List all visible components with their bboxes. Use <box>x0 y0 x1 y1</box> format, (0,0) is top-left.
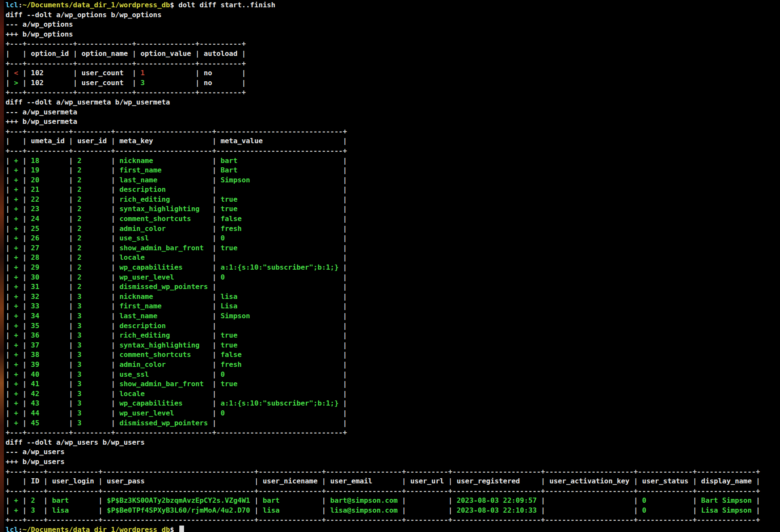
terminal-window: lcl:~/Documents/data_dir_1/wordpress_db$… <box>0 0 780 532</box>
table-border-bottom-wp_users: +---+----+------------+-----------------… <box>6 515 780 525</box>
diff-indicator: + <box>10 419 22 427</box>
table-cell: 2 <box>73 283 111 291</box>
table-cell: $P$Be0TPf4SPXyB3L60/rjmMoA/4u2.D70 <box>103 506 255 514</box>
column-header-user_id: user_id <box>73 137 111 145</box>
table-row-wp_usermeta: | + | 40 | 3 | use_ssl | 0 | <box>6 370 780 380</box>
diff-indicator: + <box>10 215 22 223</box>
diff-indicator: + <box>10 176 22 184</box>
table-border-top-wp_usermeta: +---+----------+---------+--------------… <box>6 127 780 137</box>
table-cell: 0 <box>216 273 343 281</box>
table-cell: 3 <box>73 302 111 310</box>
prompt-symbol: $ <box>170 1 174 9</box>
table-cell: true <box>216 244 343 252</box>
table-border-top-wp_options: +---+-----------+-------------+---------… <box>6 39 780 49</box>
table-cell: 3 <box>27 506 43 514</box>
table-cell: fresh <box>216 360 343 369</box>
table-header-wp_usermeta: | | umeta_id | user_id | meta_key | meta… <box>6 136 780 146</box>
table-cell: 25 <box>27 224 69 233</box>
diff-indicator: + <box>10 224 22 233</box>
table-cell: last_name <box>115 312 212 320</box>
table-cell <box>545 496 634 504</box>
column-header-autoload: autoload <box>200 49 242 58</box>
table-cell: 33 <box>27 302 69 310</box>
column-header-option_value: option_value <box>136 49 195 58</box>
table-row-wp_usermeta: | + | 37 | 3 | syntax_highlighting | tru… <box>6 341 780 351</box>
table-cell: 3 <box>73 370 111 378</box>
table-cell: bart <box>258 496 322 504</box>
table-cell: use_ssl <box>115 234 212 242</box>
table-cell: 2 <box>73 205 111 213</box>
table-cell: bart <box>216 157 343 165</box>
table-cell: user_count <box>77 69 132 77</box>
table-cell: 3 <box>73 331 111 339</box>
table-cell: 2 <box>73 253 111 261</box>
table-cell: locale <box>115 390 212 398</box>
column-header-option_name: option_name <box>77 49 132 58</box>
table-cell: 102 <box>27 79 73 87</box>
table-cell: description <box>115 322 212 330</box>
terminal-screen[interactable]: lcl:~/Documents/data_dir_1/wordpress_db$… <box>4 0 780 532</box>
table-cell: bart@simpson.com <box>326 496 402 504</box>
diff-indicator: + <box>10 195 22 203</box>
prompt-symbol: $ <box>170 526 174 532</box>
table-cell: 41 <box>27 380 69 388</box>
column-header-umeta_id: umeta_id <box>27 137 69 145</box>
column-header-ID: ID <box>27 477 43 485</box>
diff-indicator: + <box>10 380 22 388</box>
table-cell: 3 <box>73 380 111 388</box>
diff-command-line-wp_usermeta: diff --dolt a/wp_usermeta b/wp_usermeta <box>6 98 780 108</box>
table-border-bottom-wp_options: +---+-----------+-------------+---------… <box>6 88 780 98</box>
table-cell: 0 <box>216 234 343 242</box>
table-cell: 32 <box>27 292 69 301</box>
table-cell: 40 <box>27 370 69 378</box>
table-row-wp_usermeta: | + | 31 | 2 | dismissed_wp_pointers | | <box>6 282 780 292</box>
diff-indicator: + <box>10 157 22 165</box>
table-border-bottom-wp_usermeta: +---+----------+---------+--------------… <box>6 428 780 438</box>
table-cell: nickname <box>115 292 212 301</box>
table-cell: 37 <box>27 341 69 349</box>
prompt-host: lcl <box>6 1 18 9</box>
table-row-wp_usermeta: | + | 38 | 3 | comment_shortcuts | false… <box>6 350 780 360</box>
table-cell: 31 <box>27 283 69 291</box>
table-cell: Bart <box>216 166 343 174</box>
diff-indicator: + <box>10 273 22 281</box>
table-cell: Lisa Simpson <box>697 506 756 514</box>
table-cell: 24 <box>27 215 69 223</box>
column-header-meta_key: meta_key <box>115 137 212 145</box>
diff-indicator: + <box>10 166 22 174</box>
table-cell: 27 <box>27 244 69 252</box>
table-cell: rich_editing <box>115 195 212 203</box>
table-cell: 3 <box>73 360 111 369</box>
table-cell: 2 <box>73 234 111 242</box>
table-row-wp_options: | < | 102 | user_count | 1 | no | <box>6 68 780 78</box>
table-cell: 3 <box>73 399 111 407</box>
table-cell: 3 <box>73 409 111 417</box>
table-row-wp_users: | + | 2 | bart | $P$Bz3KS0OATy2bzqmAvzEp… <box>6 496 780 506</box>
diff-indicator: + <box>10 496 22 504</box>
table-cell: comment_shortcuts <box>115 351 212 359</box>
table-row-wp_usermeta: | + | 41 | 3 | show_admin_bar_front | tr… <box>6 379 780 389</box>
table-row-wp_usermeta: | + | 28 | 2 | locale | | <box>6 253 780 263</box>
table-row-wp_usermeta: | + | 29 | 2 | wp_capabilities | a:1:{s:… <box>6 263 780 273</box>
diff-indicator: + <box>10 409 22 417</box>
table-cell: 2023-08-03 22:10:33 <box>452 506 541 514</box>
table-row-wp_usermeta: | + | 20 | 2 | last_name | Simpson | <box>6 175 780 185</box>
diff-indicator: + <box>10 370 22 378</box>
table-cell: 3 <box>136 79 195 87</box>
table-cell: wp_user_level <box>115 409 212 417</box>
column-header-user_email: user_email <box>326 477 402 485</box>
table-cell: nickname <box>115 157 212 165</box>
table-row-wp_usermeta: | + | 36 | 3 | rich_editing | true | <box>6 331 780 341</box>
table-row-wp_usermeta: | + | 23 | 2 | syntax_highlighting | tru… <box>6 204 780 214</box>
table-cell: lisa@simpson.com <box>326 506 402 514</box>
table-cell: 3 <box>73 390 111 398</box>
table-cell: true <box>216 341 343 349</box>
table-cell: 2 <box>73 244 111 252</box>
diff-indicator: + <box>10 360 22 369</box>
table-cell: Simpson <box>216 176 343 184</box>
table-row-wp_usermeta: | + | 30 | 2 | wp_user_level | 0 | <box>6 273 780 283</box>
table-cell: 20 <box>27 176 69 184</box>
table-cell <box>216 322 343 330</box>
table-cell: 2 <box>73 263 111 271</box>
table-row-wp_usermeta: | + | 39 | 3 | admin_color | fresh | <box>6 360 780 370</box>
